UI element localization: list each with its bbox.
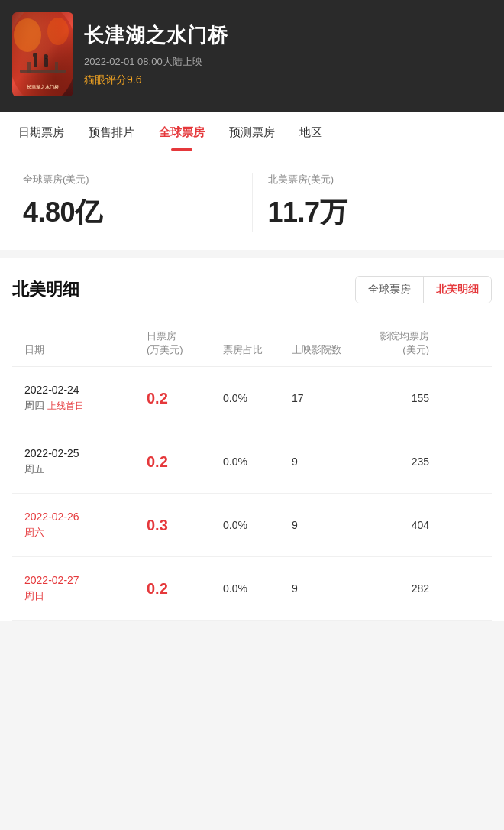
cell-date-3: 2022-02-27 周日 [24,574,147,603]
cell-ratio-1: 0.0% [223,456,292,468]
cell-daily-2: 0.3 [147,517,223,534]
cell-daily-1: 0.2 [147,453,223,471]
tabs-bar: 日期票房 预售排片 全球票房 预测票房 地区 [0,112,504,151]
col-header-avg: 影院均票房(美元) [360,329,429,357]
svg-point-7 [33,53,37,57]
cell-date-sub-1: 周五 [24,462,147,476]
movie-title: 长津湖之水门桥 [84,22,492,49]
toggle-na[interactable]: 北美明细 [424,277,491,303]
movie-header: 长津湖之水门桥 长津湖之水门桥 2022-02-01 08:00大陆上映 猫眼评… [0,0,504,112]
cell-ratio-2: 0.0% [223,519,292,531]
tab-region[interactable]: 地区 [287,112,334,151]
tab-date[interactable]: 日期票房 [6,112,76,151]
na-detail-header: 北美明细 全球票房 北美明细 [12,276,492,303]
cell-avg-2: 404 [360,519,429,531]
svg-rect-3 [20,70,66,73]
svg-point-9 [44,54,48,59]
na-detail-section: 北美明细 全球票房 北美明细 日期 日票房(万美元) 票房占比 上映影院数 影院… [0,258,504,621]
cell-theaters-1: 9 [292,456,360,468]
na-box-office: 北美票房(美元) 11.7万 [268,173,482,232]
cell-date-main-0: 2022-02-24 [24,384,147,396]
table-row: 2022-02-27 周日 0.2 0.0% 9 282 [12,557,492,621]
stats-divider [252,173,253,232]
svg-point-1 [14,18,41,52]
cell-date-sub-3: 周日 [24,589,147,603]
na-box-office-label: 北美票房(美元) [268,173,482,186]
cell-date-main-1: 2022-02-25 [24,447,147,459]
toggle-global[interactable]: 全球票房 [356,277,423,303]
global-box-office: 全球票房(美元) 4.80亿 [23,173,237,232]
cell-date-main-3: 2022-02-27 [24,574,147,586]
movie-rating: 猫眼评分9.6 [84,73,492,87]
cell-theaters-0: 17 [292,392,360,404]
cell-date-2: 2022-02-26 周六 [24,511,147,540]
table-row: 2022-02-25 周五 0.2 0.0% 9 235 [12,430,492,494]
global-box-office-value: 4.80亿 [23,194,237,232]
cell-daily-0: 0.2 [147,390,223,407]
cell-date-main-2: 2022-02-26 [24,511,147,523]
cell-tag-0: 上线首日 [47,400,84,411]
cell-avg-3: 282 [360,582,429,595]
cell-daily-3: 0.2 [147,580,223,598]
col-header-daily: 日票房(万美元) [147,329,223,357]
table-header: 日期 日票房(万美元) 票房占比 上映影院数 影院均票房(美元) [12,319,492,367]
col-header-date: 日期 [24,343,147,357]
svg-rect-4 [27,62,31,73]
movie-info: 长津湖之水门桥 2022-02-01 08:00大陆上映 猫眼评分9.6 [84,22,492,87]
tab-forecast[interactable]: 预测票房 [217,112,287,151]
col-header-ratio: 票房占比 [223,343,292,357]
table-body: 2022-02-24 周四上线首日 0.2 0.0% 17 155 2022-0… [12,367,492,621]
table-row: 2022-02-26 周六 0.3 0.0% 9 404 [12,494,492,557]
cell-theaters-2: 9 [292,519,360,531]
stats-section: 全球票房(美元) 4.80亿 北美票房(美元) 11.7万 [0,151,504,250]
view-toggle: 全球票房 北美明细 [355,276,492,303]
tab-presale[interactable]: 预售排片 [76,112,147,151]
movie-date: 2022-02-01 08:00大陆上映 [84,55,492,69]
cell-date-1: 2022-02-25 周五 [24,447,147,476]
cell-date-0: 2022-02-24 周四上线首日 [24,384,147,413]
cell-ratio-0: 0.0% [223,392,292,404]
svg-rect-8 [44,58,48,67]
na-detail-title: 北美明细 [12,278,79,301]
col-header-theaters: 上映影院数 [292,343,360,357]
cell-avg-0: 155 [360,392,429,404]
tab-global[interactable]: 全球票房 [147,112,217,151]
cell-date-sub-0: 周四上线首日 [24,399,147,413]
svg-text:长津湖之水门桥: 长津湖之水门桥 [27,84,60,89]
table-row: 2022-02-24 周四上线首日 0.2 0.0% 17 155 [12,367,492,430]
svg-point-2 [47,18,69,45]
movie-poster: 长津湖之水门桥 [12,12,73,96]
cell-avg-1: 235 [360,456,429,468]
svg-rect-6 [34,57,37,67]
cell-ratio-3: 0.0% [223,582,292,595]
na-box-office-value: 11.7万 [268,194,482,232]
cell-date-sub-2: 周六 [24,526,147,540]
svg-rect-5 [55,62,58,73]
global-box-office-label: 全球票房(美元) [23,173,237,186]
cell-theaters-3: 9 [292,582,360,595]
